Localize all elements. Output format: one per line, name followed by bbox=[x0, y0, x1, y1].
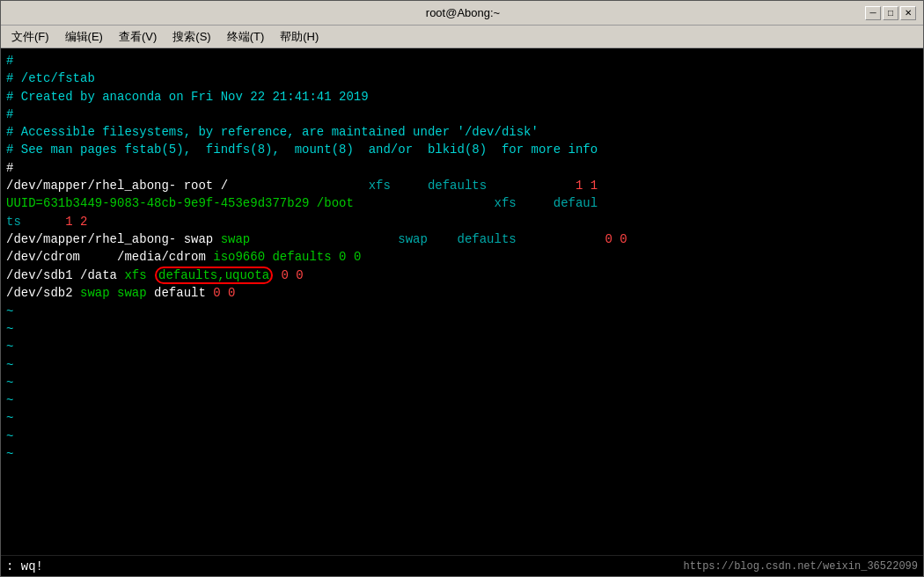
menu-edit[interactable]: 编辑(E) bbox=[58, 27, 110, 47]
watermark-url: https://blog.csdn.net/weixin_36522099 bbox=[684, 560, 918, 573]
menu-help[interactable]: 帮助(H) bbox=[273, 27, 326, 47]
terminal-content[interactable]: # # /etc/fstab # Created by anaconda on … bbox=[1, 48, 923, 555]
menu-terminal[interactable]: 终端(T) bbox=[220, 27, 272, 47]
close-button[interactable]: ✕ bbox=[900, 6, 916, 20]
vim-command: : wq! bbox=[6, 559, 43, 573]
menu-view[interactable]: 查看(V) bbox=[112, 27, 164, 47]
maximize-button[interactable]: □ bbox=[883, 6, 898, 20]
window-title: root@Abong:~ bbox=[61, 6, 865, 19]
menu-file[interactable]: 文件(F) bbox=[4, 27, 56, 47]
terminal-window: root@Abong:~ ─ □ ✕ 文件(F) 编辑(E) 查看(V) 搜索(… bbox=[0, 0, 924, 577]
statusbar: : wq! https://blog.csdn.net/weixin_36522… bbox=[1, 555, 923, 576]
titlebar: root@Abong:~ ─ □ ✕ bbox=[1, 1, 923, 26]
window-controls[interactable]: ─ □ ✕ bbox=[865, 6, 916, 20]
terminal-text: # # /etc/fstab # Created by anaconda on … bbox=[6, 52, 918, 463]
menubar: 文件(F) 编辑(E) 查看(V) 搜索(S) 终端(T) 帮助(H) bbox=[1, 26, 923, 48]
minimize-button[interactable]: ─ bbox=[865, 6, 881, 20]
menu-search[interactable]: 搜索(S) bbox=[165, 27, 217, 47]
